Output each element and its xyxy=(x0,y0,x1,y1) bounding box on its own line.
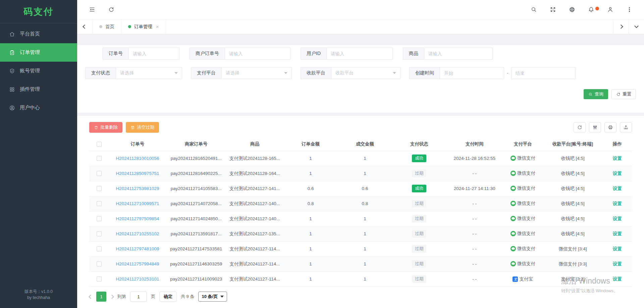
prev-page-icon[interactable] xyxy=(89,295,92,298)
row-checkbox[interactable] xyxy=(97,231,102,236)
print-icon[interactable] xyxy=(604,122,616,132)
current-page-button[interactable]: 1 xyxy=(96,292,106,302)
receive-platform: 收钱吧 [4:5] xyxy=(543,151,603,166)
order-no-link[interactable]: H2024112753981029 xyxy=(116,186,159,191)
search-button[interactable]: 查询 xyxy=(584,89,608,99)
row-checkbox[interactable] xyxy=(97,261,102,266)
trash-icon xyxy=(94,125,98,130)
settings-link[interactable]: 设置 xyxy=(613,276,622,282)
order-no-link[interactable]: H2024112757994849 xyxy=(116,261,159,266)
tabs-dropdown-icon[interactable] xyxy=(629,19,644,34)
pay-time: - - xyxy=(446,271,503,287)
fullscreen-icon[interactable] xyxy=(549,6,556,13)
alipay-icon: 支 xyxy=(513,276,518,282)
refresh-icon[interactable] xyxy=(108,6,114,13)
merchant-order-no: pay2024112816490225... xyxy=(166,166,226,181)
settings-link[interactable]: 设置 xyxy=(613,171,622,176)
pagination: 1 到第 页 确定 共 9 条 10 条/页 xyxy=(89,287,632,302)
content: 订单号 商户订单号 用户ID 商品 xyxy=(77,34,644,308)
tabs-scroll-left-icon[interactable] xyxy=(77,19,93,34)
search-icon[interactable] xyxy=(530,6,537,13)
field-label: 商户订单号 xyxy=(190,48,225,60)
tab-order-management[interactable]: 订单管理 × xyxy=(121,19,166,34)
bell-icon[interactable] xyxy=(588,6,594,13)
tab-home[interactable]: 首页 xyxy=(93,19,121,34)
platform-name: 微信支付 xyxy=(517,246,535,252)
goto-confirm-button[interactable]: 确定 xyxy=(159,292,177,302)
order-amount: 1 xyxy=(283,256,338,271)
export-icon[interactable] xyxy=(620,122,632,132)
next-page-icon[interactable] xyxy=(110,295,113,298)
page-size-value: 10 条/页 xyxy=(202,294,218,300)
clear-expired-button[interactable]: 清空过期 xyxy=(126,122,159,133)
status-badge: 过期 xyxy=(412,170,426,177)
product-input[interactable] xyxy=(424,48,493,60)
order-no-link[interactable]: H2024112797481009 xyxy=(116,246,159,251)
reset-button[interactable]: 重置 xyxy=(611,89,636,99)
merchant-order-no-input[interactable] xyxy=(225,48,290,60)
table-refresh-icon[interactable] xyxy=(574,122,586,132)
topbar xyxy=(77,0,644,19)
order-no-link[interactable]: H2024112810010056 xyxy=(116,156,159,161)
column-filter-icon[interactable] xyxy=(589,122,601,132)
product-name: 支付测试20241128-164... xyxy=(226,166,284,181)
row-checkbox[interactable] xyxy=(97,201,102,206)
settings-link[interactable]: 设置 xyxy=(613,216,622,221)
sidebar-item-user-center[interactable]: 用户中心 xyxy=(0,99,77,117)
row-checkbox[interactable] xyxy=(97,246,102,251)
order-no-link[interactable]: H2024112710099571 xyxy=(116,201,159,206)
select-placeholder: 收款平台 xyxy=(335,70,354,76)
tabs-scroll-right-icon[interactable] xyxy=(613,19,629,34)
create-time-start-input[interactable] xyxy=(440,67,504,79)
pay-platform-select[interactable]: 请选择 xyxy=(221,67,292,79)
wechat-pay-icon xyxy=(511,171,516,176)
clipboard-check-icon xyxy=(9,50,15,56)
receive-platform-select[interactable]: 收款平台 xyxy=(331,67,400,79)
goto-page-input[interactable] xyxy=(130,292,147,302)
settings-link[interactable]: 设置 xyxy=(613,261,622,266)
clear-expired-label: 清空过期 xyxy=(137,124,154,130)
user-icon[interactable] xyxy=(607,6,613,13)
settings-link[interactable]: 设置 xyxy=(613,186,622,191)
row-checkbox[interactable] xyxy=(97,171,102,176)
wechat-pay-icon xyxy=(511,231,516,236)
settings-link[interactable]: 设置 xyxy=(613,246,622,251)
wechat-pay-icon xyxy=(511,261,516,266)
order-no-link[interactable]: H2024112710253101 xyxy=(116,276,159,282)
close-tab-icon[interactable]: × xyxy=(156,24,159,29)
more-vertical-icon[interactable] xyxy=(626,6,633,13)
table-row: H2024112850975751 pay2024112816490225...… xyxy=(89,166,632,181)
row-checkbox[interactable] xyxy=(97,216,102,221)
order-no-link[interactable]: H2024112850975751 xyxy=(116,171,159,176)
globe-icon[interactable] xyxy=(569,6,575,13)
goto-suffix-label: 页 xyxy=(151,294,155,300)
order-no-link[interactable]: H2024112710255102 xyxy=(116,231,159,236)
table-header: 订单号 商家订单号 商品 订单金额 成交金额 支付状态 支付时间 支付平台 收款… xyxy=(89,137,632,151)
field-user-id: 用户ID xyxy=(301,48,393,60)
row-checkbox[interactable] xyxy=(97,156,102,161)
order-amount: 0.8 xyxy=(283,196,338,211)
table-row: H2024112753981029 pay2024112714105583...… xyxy=(89,181,632,196)
row-checkbox[interactable] xyxy=(97,276,102,282)
pay-status-select[interactable]: 请选择 xyxy=(116,67,182,79)
user-id-input[interactable] xyxy=(326,48,393,60)
page-size-select[interactable]: 10 条/页 xyxy=(198,292,227,302)
select-all-checkbox[interactable] xyxy=(97,142,102,147)
sidebar-menu: 平台首页 订单管理 账号管理 插件管理 用户中心 xyxy=(0,25,77,117)
field-merchant-order-no: 商户订单号 xyxy=(190,48,290,60)
sidebar-item-plugin-management[interactable]: 插件管理 xyxy=(0,80,77,99)
order-no-link[interactable]: H2024112797509854 xyxy=(116,216,159,221)
batch-delete-button[interactable]: 批量删除 xyxy=(89,122,122,133)
sidebar-item-order-management[interactable]: 订单管理 xyxy=(0,43,77,62)
product-name: 支付测试20241127-141... xyxy=(226,181,284,196)
merchant-order-no: pay2024112714024850... xyxy=(166,211,226,226)
sidebar-item-account-management[interactable]: 账号管理 xyxy=(0,62,77,80)
collapse-menu-icon[interactable] xyxy=(89,6,95,13)
create-time-end-input[interactable] xyxy=(511,67,576,79)
settings-link[interactable]: 设置 xyxy=(613,201,622,206)
order-no-input[interactable] xyxy=(128,48,179,60)
row-checkbox[interactable] xyxy=(97,186,102,191)
settings-link[interactable]: 设置 xyxy=(613,156,622,161)
settings-link[interactable]: 设置 xyxy=(613,231,622,236)
sidebar-item-platform-home[interactable]: 平台首页 xyxy=(0,25,77,43)
